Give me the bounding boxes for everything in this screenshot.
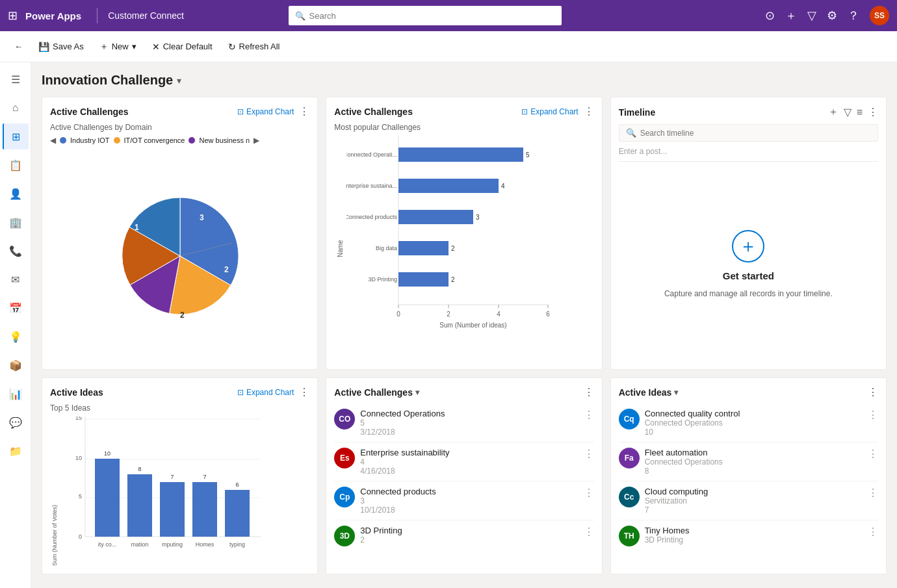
list-item-more-button[interactable]: ⋮ [584,487,594,499]
svg-text:3: 3 [476,214,480,221]
sidebar-item-packages[interactable]: 📦 [3,352,29,378]
user-avatar[interactable]: SS [870,6,889,25]
timeline-sort-button[interactable]: ≡ [857,107,863,118]
card6-more-button[interactable]: ⋮ [868,386,878,398]
list-item-sub2: 10 [645,428,863,437]
back-button[interactable]: ← [8,38,29,55]
plus-icon[interactable]: ＋ [785,8,797,23]
card1-more-button[interactable]: ⋮ [299,105,309,118]
svg-text:4: 4 [501,183,505,190]
list-item[interactable]: THTiny Homes3D Printing⋮ [619,520,878,546]
sidebar-item-calendar[interactable]: 📅 [3,295,29,321]
list-item-more-button[interactable]: ⋮ [868,448,878,460]
list-item[interactable]: COConnected Operations53/12/2018⋮ [334,403,593,442]
card2-more-button[interactable]: ⋮ [584,105,594,118]
timeline-add-circle[interactable]: ＋ [732,230,764,262]
card4-expand-button[interactable]: ⊡ Expand Chart [237,388,294,397]
list-item-more-button[interactable]: ⋮ [584,409,594,421]
list-item-more-button[interactable]: ⋮ [584,526,594,538]
save-as-button[interactable]: 💾 Save As [32,38,90,56]
card1-actions: ⊡ Expand Chart ⋮ [237,105,309,118]
active-ideas-bar-card: Active Ideas ⊡ Expand Chart ⋮ Top 5 Idea… [42,377,318,574]
new-button[interactable]: ＋ New ▾ [93,37,143,57]
list-item-more-button[interactable]: ⋮ [584,448,594,460]
clear-default-button[interactable]: ✕ Clear Default [146,38,219,56]
list-item[interactable]: FaFleet automationConnected Operations8⋮ [619,442,878,481]
sidebar-item-menu[interactable]: ☰ [3,66,29,92]
list-item[interactable]: 3D3D Printing2⋮ [334,520,593,546]
page-title-chevron-icon[interactable]: ▾ [177,75,181,86]
card1-expand-button[interactable]: ⊡ Expand Chart [237,107,294,116]
sidebar-item-accounts[interactable]: 🏢 [3,209,29,235]
timeline-more-button[interactable]: ⋮ [868,106,878,118]
card5-scroll-area[interactable]: COConnected Operations53/12/2018⋮EsEnter… [334,403,593,546]
card2-header: Active Challenges ⊡ Expand Chart ⋮ [334,105,593,118]
help-icon[interactable]: ？ [848,8,859,23]
target-icon[interactable]: ⊙ [765,8,775,23]
card3-header: Timeline ＋ ▽ ≡ ⋮ [619,105,878,119]
sidebar-item-contacts[interactable]: 👤 [3,181,29,207]
card5-title: Active Challenges [334,387,413,398]
sidebar-item-phone[interactable]: 📞 [3,238,29,264]
sidebar-item-email[interactable]: ✉ [3,266,29,292]
list-item[interactable]: CcCloud computingServitization7⋮ [619,481,878,520]
legend-next-arrow[interactable]: ▶ [254,136,259,145]
sidebar-item-ideas[interactable]: 💡 [3,324,29,350]
card6-title-row: Active Ideas ▾ [619,387,679,398]
card3-title: Timeline [619,107,656,118]
vertical-bar-chart: Sum (Number of Votes) 15 10 5 0 [50,416,309,566]
refresh-all-button[interactable]: ↻ Refresh All [222,38,287,56]
settings-icon[interactable]: ⚙ [827,8,837,23]
sidebar-item-records[interactable]: 📋 [3,152,29,178]
card2-actions: ⊡ Expand Chart ⋮ [521,105,593,118]
list-item[interactable]: CpConnected products310/1/2018⋮ [334,481,593,520]
global-search-bar[interactable]: 🔍 [289,6,562,25]
timeline-add-button[interactable]: ＋ [828,105,838,119]
card5-header: Active Challenges ▾ ⋮ [334,386,593,398]
timeline-search-input[interactable] [640,129,871,138]
timeline-card: Timeline ＋ ▽ ≡ ⋮ 🔍 Enter a post... [610,97,887,370]
list-item-more-button[interactable]: ⋮ [868,487,878,499]
sidebar-item-dashboard[interactable]: ⊞ [3,123,29,149]
timeline-filter-button[interactable]: ▽ [844,106,852,118]
svg-text:5: 5 [526,151,530,159]
global-search-input[interactable] [309,11,555,21]
timeline-post-box[interactable]: Enter a post... [619,147,878,162]
card4-more-button[interactable]: ⋮ [299,386,309,398]
svg-text:8: 8 [138,466,141,472]
legend-prev-arrow[interactable]: ◀ [50,136,56,145]
sidebar-item-chat[interactable]: 💬 [3,409,29,435]
svg-text:0: 0 [397,311,401,318]
filter-icon[interactable]: ▽ [807,8,816,23]
timeline-search-bar[interactable]: 🔍 [619,124,878,142]
timeline-search-icon: 🔍 [626,128,636,138]
top-navigation: ⊞ Power Apps Customer Connect 🔍 ⊙ ＋ ▽ ⚙ … [0,0,897,31]
card6-chevron-icon[interactable]: ▾ [674,388,678,397]
sidebar-item-files[interactable]: 📁 [3,438,29,464]
list-item-sub2: 10/1/2018 [360,505,578,515]
list-item-title: Connected quality control [645,409,863,418]
card4-y-label: Sum (Number of Votes) [50,416,59,566]
card2-title: Active Challenges [334,107,413,117]
card2-expand-button[interactable]: ⊡ Expand Chart [521,107,578,116]
card4-title: Active Ideas [50,387,103,398]
sidebar-item-reports[interactable]: 📊 [3,381,29,407]
sidebar-item-home[interactable]: ⌂ [3,95,29,121]
svg-rect-12 [398,147,523,162]
card6-scroll-area[interactable]: CqConnected quality controlConnected Ope… [619,403,878,546]
list-item-avatar: 3D [334,526,355,546]
save-icon: 💾 [38,42,49,52]
card5-more-button[interactable]: ⋮ [584,386,594,398]
svg-text:Connected Operati...: Connected Operati... [346,151,397,158]
list-item-sub1: 4 [360,457,578,467]
app-grid-icon[interactable]: ⊞ [8,8,18,23]
horizontal-bar-chart: Name 0 2 4 6 [334,136,593,361]
list-item-more-button[interactable]: ⋮ [868,526,878,538]
list-item-sub1: 2 [360,535,578,544]
card5-chevron-icon[interactable]: ▾ [415,388,419,397]
svg-rect-39 [127,474,152,537]
list-item[interactable]: CqConnected quality controlConnected Ope… [619,403,878,442]
refresh-icon: ↻ [228,42,236,52]
list-item[interactable]: EsEnterprise sustainability44/16/2018⋮ [334,442,593,481]
list-item-more-button[interactable]: ⋮ [868,409,878,421]
